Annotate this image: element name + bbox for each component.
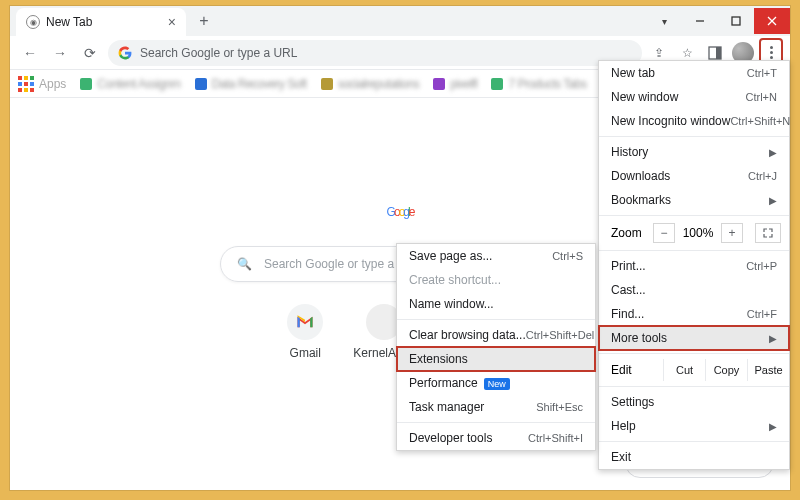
- menu-print[interactable]: Print...Ctrl+P: [599, 254, 789, 278]
- titlebar: ◉ New Tab × + ▾: [10, 6, 790, 36]
- menu-zoom: Zoom − 100% +: [599, 219, 789, 247]
- shortcut-label: Gmail: [290, 346, 321, 360]
- bookmark-item[interactable]: Content Assignm: [80, 77, 180, 91]
- close-tab-icon[interactable]: ×: [168, 14, 176, 30]
- forward-button[interactable]: →: [48, 41, 72, 65]
- menu-new-incognito[interactable]: New Incognito windowCtrl+Shift+N: [599, 109, 789, 133]
- gmail-icon: [287, 304, 323, 340]
- reload-button[interactable]: ⟳: [78, 41, 102, 65]
- submenu-name-window[interactable]: Name window...: [397, 292, 595, 316]
- omnibox[interactable]: Search Google or type a URL: [108, 40, 642, 66]
- paste-button[interactable]: Paste: [747, 359, 789, 381]
- bookmark-item[interactable]: Data Recovery Soft: [195, 77, 307, 91]
- copy-button[interactable]: Copy: [705, 359, 747, 381]
- fullscreen-button[interactable]: [755, 223, 781, 243]
- menu-find[interactable]: Find...Ctrl+F: [599, 302, 789, 326]
- zoom-value: 100%: [681, 226, 715, 240]
- menu-bookmarks[interactable]: Bookmarks▶: [599, 188, 789, 212]
- favicon-icon: [433, 78, 445, 90]
- menu-new-tab[interactable]: New tabCtrl+T: [599, 61, 789, 85]
- google-logo: Google: [387, 168, 414, 228]
- submenu-clear-data[interactable]: Clear browsing data...Ctrl+Shift+Del: [397, 323, 595, 347]
- submenu-extensions[interactable]: Extensions: [397, 347, 595, 371]
- chevron-right-icon: ▶: [769, 421, 777, 432]
- more-tools-submenu: Save page as...Ctrl+S Create shortcut...…: [396, 243, 596, 451]
- new-tab-button[interactable]: +: [192, 9, 216, 33]
- menu-cast[interactable]: Cast...: [599, 278, 789, 302]
- window-controls: ▾: [646, 8, 790, 34]
- chrome-main-menu: New tabCtrl+T New windowCtrl+N New Incog…: [598, 60, 790, 470]
- zoom-out-button[interactable]: −: [653, 223, 675, 243]
- apps-grid-icon: [18, 76, 34, 92]
- menu-more-tools[interactable]: More tools▶: [599, 326, 789, 350]
- favicon-icon: [321, 78, 333, 90]
- submenu-create-shortcut: Create shortcut...: [397, 268, 595, 292]
- submenu-performance[interactable]: PerformanceNew: [397, 371, 595, 395]
- svg-rect-1: [732, 17, 740, 25]
- maximize-button[interactable]: [718, 8, 754, 34]
- bookmark-item[interactable]: 7 Products Tabs: [491, 77, 586, 91]
- zoom-in-button[interactable]: +: [721, 223, 743, 243]
- new-badge: New: [484, 378, 510, 390]
- favicon-icon: [491, 78, 503, 90]
- minimize-button[interactable]: [682, 8, 718, 34]
- svg-rect-5: [716, 47, 721, 59]
- apps-label: Apps: [39, 77, 66, 91]
- shortcut-gmail[interactable]: Gmail: [287, 304, 323, 360]
- menu-history[interactable]: History▶: [599, 140, 789, 164]
- favicon-icon: [195, 78, 207, 90]
- menu-exit[interactable]: Exit: [599, 445, 789, 469]
- menu-new-window[interactable]: New windowCtrl+N: [599, 85, 789, 109]
- close-window-button[interactable]: [754, 8, 790, 34]
- google-g-icon: [118, 46, 132, 60]
- back-button[interactable]: ←: [18, 41, 42, 65]
- menu-settings[interactable]: Settings: [599, 390, 789, 414]
- chevron-right-icon: ▶: [769, 195, 777, 206]
- apps-button[interactable]: Apps: [18, 76, 66, 92]
- submenu-task-manager[interactable]: Task managerShift+Esc: [397, 395, 595, 419]
- search-icon: 🔍: [237, 257, 252, 271]
- chevron-right-icon: ▶: [769, 147, 777, 158]
- favicon-icon: [80, 78, 92, 90]
- bookmark-item[interactable]: pixelfl: [433, 77, 477, 91]
- menu-help[interactable]: Help▶: [599, 414, 789, 438]
- omnibox-placeholder: Search Google or type a URL: [140, 46, 297, 60]
- tab-newtab[interactable]: ◉ New Tab ×: [16, 8, 186, 36]
- chevron-right-icon: ▶: [769, 333, 777, 344]
- chevron-down-icon[interactable]: ▾: [646, 8, 682, 34]
- tab-title: New Tab: [46, 15, 162, 29]
- submenu-developer-tools[interactable]: Developer toolsCtrl+Shift+I: [397, 426, 595, 450]
- menu-downloads[interactable]: DownloadsCtrl+J: [599, 164, 789, 188]
- bookmark-item[interactable]: socialreputations: [321, 77, 420, 91]
- globe-icon: ◉: [26, 15, 40, 29]
- menu-edit: Edit Cut Copy Paste: [599, 357, 789, 383]
- submenu-save-page[interactable]: Save page as...Ctrl+S: [397, 244, 595, 268]
- cut-button[interactable]: Cut: [663, 359, 705, 381]
